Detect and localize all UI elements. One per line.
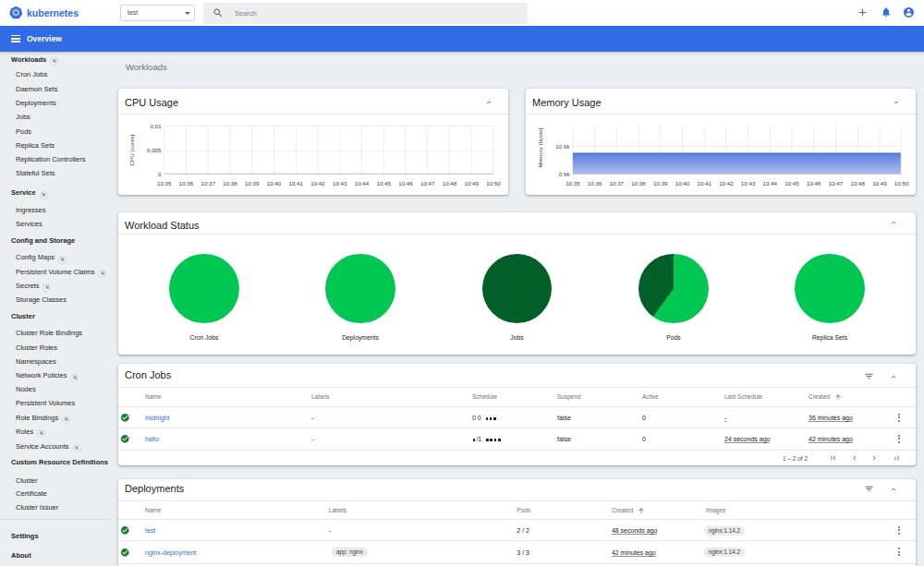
svg-text:10:42: 10:42 [310,180,325,187]
svg-text:10:41: 10:41 [697,180,711,187]
svg-text:Memory (bytes): Memory (bytes) [537,128,543,168]
svg-text:0: 0 [158,171,162,177]
svg-text:10:35: 10:35 [565,180,580,187]
svg-text:10:40: 10:40 [675,180,690,187]
svg-text:0.005: 0.005 [147,147,162,153]
svg-text:10:47: 10:47 [829,180,844,187]
svg-text:10:37: 10:37 [201,180,215,187]
svg-text:0.01: 0.01 [150,123,162,129]
svg-text:10:38: 10:38 [631,180,646,187]
svg-text:10:41: 10:41 [288,180,303,187]
svg-text:10:48: 10:48 [443,180,457,187]
svg-text:10:36: 10:36 [179,180,194,187]
svg-text:10:37: 10:37 [610,180,625,187]
svg-text:10:45: 10:45 [376,180,391,187]
svg-text:10:44: 10:44 [763,180,778,187]
svg-text:10:50: 10:50 [894,180,909,187]
svg-text:10:48: 10:48 [850,180,865,187]
svg-text:10:42: 10:42 [719,180,734,187]
svg-text:10:46: 10:46 [807,180,821,187]
svg-text:10:40: 10:40 [267,180,282,187]
svg-text:10:46: 10:46 [398,180,413,187]
svg-text:10:44: 10:44 [355,180,370,187]
svg-text:10:39: 10:39 [245,180,260,187]
svg-text:10:43: 10:43 [333,180,347,187]
svg-text:0 Mi: 0 Mi [559,171,570,177]
svg-text:10:38: 10:38 [223,180,237,187]
svg-text:10:49: 10:49 [464,180,479,187]
svg-text:10:39: 10:39 [653,180,668,187]
svg-text:10:45: 10:45 [784,180,799,187]
svg-text:CPU (cores): CPU (cores) [128,134,135,165]
svg-text:10:35: 10:35 [157,180,172,187]
svg-text:10:50: 10:50 [486,180,501,187]
svg-text:10:49: 10:49 [872,180,887,187]
svg-text:10 Mi: 10 Mi [555,143,569,150]
svg-text:10:47: 10:47 [420,180,435,187]
svg-text:10:43: 10:43 [741,180,756,187]
svg-text:10:36: 10:36 [588,180,602,187]
